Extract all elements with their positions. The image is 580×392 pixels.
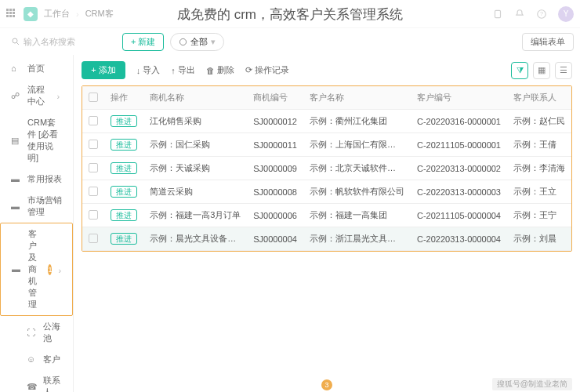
export-button[interactable]: ↑ 导出: [171, 64, 195, 76]
footer-credit: 搜狐号@制造业老简: [492, 378, 572, 390]
advance-button[interactable]: 推进: [111, 139, 137, 151]
sidebar-item-4[interactable]: ▬市场营销管理: [0, 190, 73, 223]
cell-name: 江化销售采购: [143, 110, 247, 133]
filter-icon-button[interactable]: ⧩: [511, 62, 528, 79]
breadcrumb-workspace[interactable]: 工作台: [44, 8, 70, 20]
avatar[interactable]: Y: [558, 6, 574, 22]
filter-all[interactable]: 全部 ▾: [170, 33, 224, 51]
row-checkbox[interactable]: [89, 187, 98, 196]
svg-text:?: ?: [540, 11, 543, 16]
cell-name: 简道云采购: [143, 180, 247, 204]
cell-cust: 示例：上海国仁有限…: [303, 133, 411, 157]
breadcrumb-sep: ›: [76, 9, 79, 19]
sidebar-icon: ▬: [11, 201, 21, 212]
cell-contact: 示例：刘晨: [507, 227, 571, 251]
search-placeholder: 输入名称搜索: [24, 36, 75, 48]
sidebar-item-label: CRM套件 [必看使用说明]: [27, 117, 62, 164]
cell-contact: 示例：王倩: [507, 133, 571, 157]
sidebar-item-5[interactable]: ▬客户及商机管理1›: [0, 223, 73, 316]
th-contact[interactable]: 客户联系人: [507, 86, 571, 110]
row-checkbox[interactable]: [89, 234, 98, 243]
sidebar-item-label: 客户: [43, 354, 60, 365]
advance-button[interactable]: 推进: [111, 115, 137, 127]
th-code[interactable]: 商机编号: [247, 86, 303, 110]
cell-cno: C-20211105-0000004: [411, 204, 507, 227]
table-row[interactable]: 推进江化销售采购SJ0000012示例：衢州江化集团C-20220316-000…: [82, 110, 571, 133]
cell-contact: 示例：王立: [507, 180, 571, 204]
annotation-badge: 1: [48, 264, 52, 275]
delete-button[interactable]: 🗑 删除: [206, 64, 234, 76]
row-checkbox[interactable]: [89, 116, 98, 125]
cell-code: SJ0000009: [247, 157, 303, 180]
cell-code: SJ0000004: [247, 227, 303, 251]
sidebar-item-label: 常用报表: [27, 173, 62, 185]
cell-cust: 示例：北京天诚软件…: [303, 157, 411, 180]
clipboard-icon[interactable]: [492, 9, 503, 20]
cell-cno: C-20220313-0000004: [411, 227, 507, 251]
data-table: 操作 商机名称 商机编号 客户名称 客户编号 客户联系人 推进江化销售采购SJ0…: [82, 85, 572, 252]
sidebar-item-label: 公海池: [43, 321, 62, 344]
table-row[interactable]: 推进示例：天诚采购SJ0000009示例：北京天诚软件…C-20220313-0…: [82, 157, 571, 180]
th-cno[interactable]: 客户编号: [411, 86, 507, 110]
edit-form-button[interactable]: 编辑表单: [522, 33, 574, 51]
svg-point-3: [13, 38, 17, 43]
cell-contact: 示例：赵仁民: [507, 110, 571, 133]
row-checkbox[interactable]: [89, 140, 98, 149]
cell-name: 示例：国仁采购: [143, 133, 247, 157]
cell-name: 示例：天诚采购: [143, 157, 247, 180]
add-button[interactable]: + 添加: [82, 61, 125, 79]
bell-icon[interactable]: [514, 9, 525, 20]
sidebar-item-8[interactable]: ☎联系人: [0, 370, 73, 392]
advance-button[interactable]: 推进: [111, 233, 137, 245]
cell-code: SJ0000008: [247, 180, 303, 204]
import-button[interactable]: ↓ 导入: [136, 64, 161, 76]
chevron-down-icon: ▾: [211, 37, 216, 47]
checkbox-all[interactable]: [89, 93, 98, 102]
columns-icon-button[interactable]: ☰: [555, 62, 572, 79]
cell-code: SJ0000006: [247, 204, 303, 227]
sidebar-item-0[interactable]: ⌂首页: [0, 58, 73, 79]
svg-rect-0: [495, 10, 501, 17]
sidebar-icon: ⌂: [11, 64, 21, 74]
sidebar-item-7[interactable]: ☺客户: [0, 349, 73, 370]
sidebar-item-1[interactable]: ☍流程中心›: [0, 79, 73, 112]
cell-name: 示例：晨光文具设备…: [143, 227, 247, 251]
th-cust[interactable]: 客户名称: [303, 86, 411, 110]
log-button[interactable]: ⟳ 操作记录: [245, 64, 289, 76]
breadcrumb-page[interactable]: CRM客: [85, 8, 114, 20]
sidebar-icon: ☺: [27, 354, 37, 365]
svg-line-4: [17, 43, 20, 45]
chevron-right-icon: ›: [58, 266, 61, 274]
sidebar-icon: ▬: [12, 264, 22, 274]
sidebar-item-6[interactable]: ⛶公海池: [0, 316, 73, 349]
advance-button[interactable]: 推进: [111, 162, 137, 174]
th-op: 操作: [104, 86, 143, 110]
sidebar-icon: ☎: [27, 382, 37, 392]
help-icon[interactable]: ?: [536, 9, 547, 20]
table-row[interactable]: 推进示例：福建一高3月订单SJ0000006示例：福建一高集团C-2021110…: [82, 204, 571, 227]
advance-button[interactable]: 推进: [111, 209, 137, 221]
table-row[interactable]: 推进简道云采购SJ0000008示例：帆软软件有限公司C-20220313-00…: [82, 180, 571, 204]
cell-code: SJ0000011: [247, 133, 303, 157]
sidebar-icon: ☍: [11, 91, 21, 101]
row-checkbox[interactable]: [89, 210, 98, 220]
sidebar-item-label: 流程中心: [27, 84, 50, 107]
table-row[interactable]: 推进示例：国仁采购SJ0000011示例：上海国仁有限…C-20211105-0…: [82, 133, 571, 157]
th-name[interactable]: 商机名称: [143, 86, 247, 110]
cell-cust: 示例：衢州江化集团: [303, 110, 411, 133]
table-row[interactable]: 推进示例：晨光文具设备…SJ0000004示例：浙江晨光文具…C-2022031…: [82, 227, 571, 251]
new-button[interactable]: + 新建: [122, 33, 164, 51]
cell-name: 示例：福建一高3月订单: [143, 204, 247, 227]
sidebar-item-label: 联系人: [43, 375, 62, 392]
cell-cno: C-20220313-0000002: [411, 157, 507, 180]
apps-icon-button[interactable]: ▦: [533, 62, 550, 79]
sidebar-icon: ⛶: [27, 328, 37, 338]
row-checkbox[interactable]: [89, 163, 98, 172]
search-input[interactable]: 输入名称搜索: [6, 33, 116, 51]
cell-cust: 示例：福建一高集团: [303, 204, 411, 227]
app-launcher-icon[interactable]: [6, 9, 17, 20]
advance-button[interactable]: 推进: [111, 186, 137, 198]
sidebar-item-2[interactable]: ▤CRM套件 [必看使用说明]: [0, 112, 73, 169]
cell-cno: C-20211105-0000001: [411, 133, 507, 157]
sidebar-item-3[interactable]: ▬常用报表: [0, 169, 73, 190]
